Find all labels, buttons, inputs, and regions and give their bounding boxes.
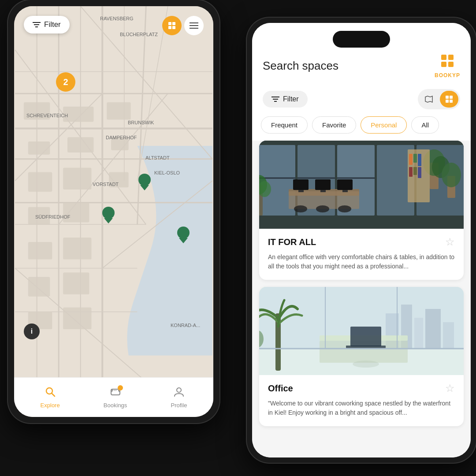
svg-rect-50 <box>168 26 171 29</box>
space-image-0 <box>259 141 464 229</box>
svg-rect-24 <box>107 102 130 120</box>
svg-rect-36 <box>63 308 91 330</box>
svg-rect-114 <box>443 322 454 349</box>
svg-point-91 <box>338 205 351 212</box>
grid-view-btn[interactable] <box>184 16 204 35</box>
map-pin-2[interactable] <box>101 207 115 225</box>
tab-personal[interactable]: Personal <box>361 116 407 134</box>
space-title-row-0: IT FOR ALL ☆ <box>268 236 455 248</box>
svg-rect-84 <box>298 190 304 192</box>
map-label-damperhof: DAMPERHOF <box>106 135 137 140</box>
bookyp-logo: BOOKYP <box>435 53 460 78</box>
map-label-blucherplatz: BLÜCHERPLATZ <box>120 32 158 37</box>
map-label-sudfriedhof: SÜDFRIEDHOF <box>35 214 70 219</box>
view-toggle-left <box>162 16 204 35</box>
svg-point-90 <box>316 205 329 212</box>
nav-explore[interactable]: Explore <box>41 386 60 409</box>
space-card-0[interactable]: IT FOR ALL ☆ An elegant office with very… <box>259 141 464 280</box>
booking-badge-dot <box>118 385 123 390</box>
view-toggle-right <box>418 89 460 109</box>
svg-point-59 <box>177 388 181 392</box>
filter-button-left[interactable]: Filter <box>24 16 70 33</box>
svg-rect-87 <box>337 179 353 190</box>
space-desc-0: An elegant office with very comfortable … <box>268 253 455 271</box>
map-pin-1[interactable] <box>138 174 152 192</box>
svg-point-41 <box>102 207 115 219</box>
spaces-list[interactable]: IT FOR ALL ☆ An elegant office with very… <box>252 141 471 457</box>
cluster-badge[interactable]: 2 <box>56 72 75 92</box>
tab-all[interactable]: All <box>411 116 439 134</box>
favorite-btn-1[interactable]: ☆ <box>445 382 455 394</box>
svg-rect-63 <box>448 62 454 67</box>
space-card-1[interactable]: Office ☆ "Welcome to our vibrant coworki… <box>259 287 464 426</box>
info-button[interactable]: i <box>24 324 40 339</box>
svg-point-89 <box>294 205 307 212</box>
svg-marker-44 <box>179 238 188 243</box>
svg-point-96 <box>442 163 461 187</box>
map-area[interactable]: RAVENSBERG BLÜCHERPLATZ SCHREVENTEICH BR… <box>14 6 213 382</box>
svg-rect-86 <box>320 190 326 192</box>
svg-rect-119 <box>346 346 386 348</box>
space-desc-1: "Welcome to our vibrant coworking space … <box>268 399 455 417</box>
map-label-brunswik: BRUNSWIK <box>128 120 154 125</box>
map-view-btn[interactable] <box>162 16 182 35</box>
svg-rect-113 <box>425 309 441 349</box>
profile-icon <box>173 386 185 400</box>
logo-icon <box>439 53 455 72</box>
right-phone-screen: Search spaces BOOKYP <box>252 23 471 457</box>
map-label-schreventeich: SCHREVENTEICH <box>26 113 68 118</box>
right-phone: Search spaces BOOKYP <box>247 18 476 463</box>
map-label-kiel-oslo: KIEL-OSLO <box>154 170 180 175</box>
svg-rect-25 <box>28 141 50 155</box>
nav-bookings[interactable]: Bookings <box>104 386 127 409</box>
favorite-btn-0[interactable]: ☆ <box>445 236 455 248</box>
svg-marker-40 <box>140 185 149 190</box>
left-phone-screen: RAVENSBERG BLÜCHERPLATZ SCHREVENTEICH BR… <box>14 6 213 417</box>
svg-marker-42 <box>104 218 113 223</box>
svg-rect-70 <box>450 100 453 103</box>
svg-rect-69 <box>446 100 449 103</box>
svg-rect-103 <box>418 167 421 178</box>
map-label-vorstadt: VORSTADT <box>93 182 119 187</box>
grid-view-btn-right[interactable] <box>440 91 458 108</box>
space-image-1 <box>259 287 464 375</box>
svg-rect-98 <box>409 154 413 165</box>
svg-rect-60 <box>441 55 446 60</box>
svg-rect-88 <box>342 190 348 192</box>
svg-rect-101 <box>409 167 413 177</box>
bottom-nav: Explore Bookings <box>14 377 213 417</box>
search-title: Search spaces <box>263 59 338 73</box>
space-name-0: IT FOR ALL <box>268 237 316 247</box>
svg-point-39 <box>138 174 151 186</box>
tab-frequent[interactable]: Frequent <box>261 116 308 134</box>
svg-point-120 <box>353 361 379 368</box>
nav-profile[interactable]: Profile <box>171 386 187 409</box>
svg-rect-26 <box>67 137 93 152</box>
svg-rect-51 <box>172 26 175 29</box>
map-view-btn-right[interactable] <box>420 91 438 108</box>
filter-label: Filter <box>283 95 299 103</box>
scene: RAVENSBERG BLÜCHERPLATZ SCHREVENTEICH BR… <box>0 0 476 476</box>
map-pin-3[interactable] <box>176 227 190 245</box>
svg-rect-102 <box>413 167 417 175</box>
svg-rect-68 <box>450 96 453 99</box>
svg-rect-27 <box>28 172 52 192</box>
left-phone: RAVENSBERG BLÜCHERPLATZ SCHREVENTEICH BR… <box>8 0 219 423</box>
right-content: Search spaces BOOKYP <box>252 23 471 457</box>
dynamic-island <box>333 31 390 48</box>
svg-rect-112 <box>414 318 423 349</box>
filter-tabs: Frequent Favorite Personal All <box>252 113 471 141</box>
svg-point-43 <box>177 227 190 239</box>
tab-favorite[interactable]: Favorite <box>312 116 356 134</box>
svg-rect-31 <box>28 242 52 260</box>
ticket-icon <box>110 386 121 400</box>
space-title-row-1: Office ☆ <box>268 382 455 394</box>
filter-button-right[interactable]: Filter <box>263 91 308 108</box>
svg-rect-99 <box>413 154 417 163</box>
logo-text: BOOKYP <box>435 72 460 78</box>
svg-rect-67 <box>446 96 449 99</box>
svg-rect-85 <box>315 179 331 190</box>
svg-rect-48 <box>168 22 171 25</box>
svg-rect-28 <box>63 168 91 190</box>
map-label-ravensberg: RAVENSBERG <box>100 16 134 21</box>
